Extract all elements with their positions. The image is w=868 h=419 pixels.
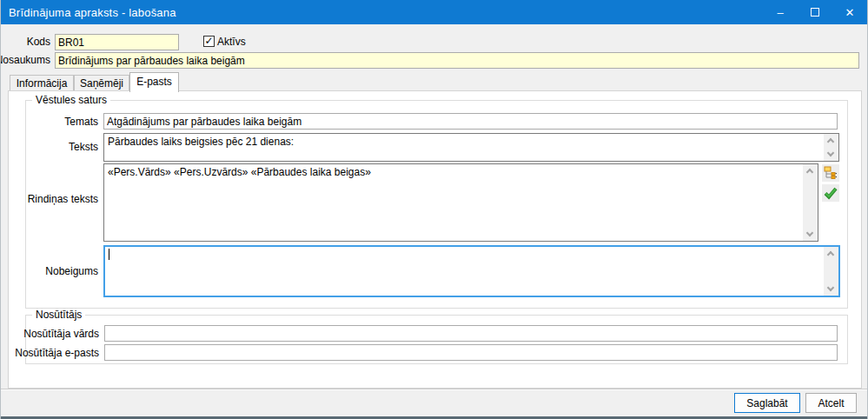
minimize-icon: – — [777, 6, 783, 19]
apply-button[interactable] — [822, 184, 839, 202]
tab-e-pasts[interactable]: E-pasts — [129, 72, 179, 92]
scroll-down-icon[interactable] — [824, 283, 838, 296]
nosutitaja-epasts-label: Nosūtītāja e-pasts — [1, 347, 99, 359]
close-button[interactable]: ✕ — [832, 0, 867, 24]
window-controls: – ✕ — [763, 0, 867, 24]
rindinas-teksts-field: «Pers.Vārds» «Pers.Uzvārds» «Pārbaudes l… — [103, 163, 818, 242]
scroll-up-icon[interactable] — [803, 164, 818, 177]
minimize-button[interactable]: – — [763, 0, 798, 24]
nosutitaja-vards-input[interactable] — [104, 325, 838, 342]
text-caret — [109, 249, 109, 260]
footer-separator — [1, 389, 867, 390]
rindinas-teksts-textarea[interactable]: «Pers.Vārds» «Pers.Uzvārds» «Pārbaudes l… — [104, 164, 803, 241]
scroll-up-icon[interactable] — [824, 247, 838, 260]
nosaukums-label: Nosaukums — [0, 54, 50, 66]
window-title: Brīdinājuma apraksts - labošana — [1, 6, 176, 19]
title-bar: Brīdinājuma apraksts - labošana – ✕ — [1, 0, 867, 24]
save-button[interactable]: Saglabāt — [734, 393, 800, 413]
aktivs-label: Aktīvs — [217, 36, 246, 48]
aktivs-checkbox[interactable]: ✓ — [203, 36, 215, 47]
nobeigums-label: Nobeigums — [1, 265, 98, 277]
nosutitaja-epasts-input[interactable] — [104, 344, 838, 361]
nosaukums-input[interactable] — [55, 52, 859, 69]
teksts-scrollbar[interactable] — [824, 134, 838, 161]
nosutitajs-title: Nosūtītājs — [32, 309, 85, 321]
maximize-button[interactable] — [798, 0, 832, 24]
merge-field-tree-icon — [824, 166, 838, 180]
temats-input[interactable] — [103, 113, 838, 130]
kods-label: Kods — [1, 36, 50, 48]
vestules-saturs-title: Vēstules saturs — [32, 94, 110, 106]
maximize-icon — [811, 8, 819, 17]
teksts-textarea[interactable]: Pārbaudes laiks beigsies pēc 21 dienas: — [104, 134, 824, 161]
kods-input[interactable] — [55, 34, 179, 50]
dialog-window: Brīdinājuma apraksts - labošana – ✕ Kods… — [0, 0, 868, 419]
insert-field-button[interactable] — [822, 164, 839, 182]
nobeigums-scrollbar[interactable] — [824, 247, 838, 296]
check-icon: ✓ — [204, 35, 213, 47]
close-icon: ✕ — [845, 6, 855, 19]
nobeigums-textarea[interactable] — [105, 247, 824, 296]
scroll-down-icon[interactable] — [824, 148, 838, 161]
nosutitaja-vards-label: Nosūtītāja vārds — [1, 328, 99, 340]
tab-sanemeji[interactable]: Saņēmēji — [74, 75, 129, 91]
nobeigums-field — [103, 245, 840, 297]
scroll-up-icon[interactable] — [824, 134, 838, 147]
scroll-down-icon[interactable] — [803, 228, 818, 241]
temats-label: Temats — [1, 116, 98, 128]
teksts-label: Teksts — [1, 141, 98, 153]
rindinas-teksts-label: Rindiņas teksts — [1, 193, 98, 205]
green-check-icon — [824, 186, 838, 200]
teksts-field: Pārbaudes laiks beigsies pēc 21 dienas: — [103, 133, 839, 162]
cancel-button[interactable]: Atcelt — [805, 393, 857, 413]
tab-informacija[interactable]: Informācija — [10, 75, 74, 91]
rindinas-scrollbar[interactable] — [803, 164, 818, 241]
